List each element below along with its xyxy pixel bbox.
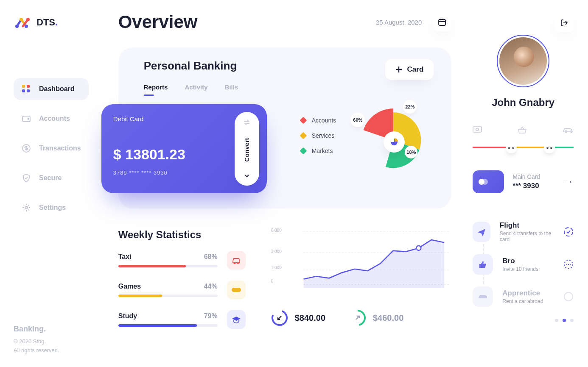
stat-pct: 68%: [204, 253, 218, 261]
money-icon: [473, 126, 482, 136]
spend-sliders: < > < >: [473, 126, 574, 156]
footer-brand: Banking.: [14, 323, 89, 335]
car-outline-icon: [563, 126, 574, 136]
tab-bills[interactable]: Bills: [225, 83, 238, 94]
avatar[interactable]: [497, 35, 549, 87]
panel-title: Personal Banking: [144, 59, 238, 72]
dollar-circle-icon: [21, 143, 31, 153]
add-card-label: Card: [407, 65, 424, 74]
plus-icon: [395, 66, 402, 73]
footer-rights: All rights reserved.: [14, 346, 89, 355]
svg-rect-6: [22, 89, 25, 92]
stat-pct: 44%: [204, 283, 218, 290]
car-icon: [227, 251, 246, 270]
svg-point-2: [25, 25, 28, 28]
logout-icon: [560, 19, 568, 27]
sidebar: DTS. Dashboard Accounts Transactions: [0, 0, 97, 367]
weekly-title: Weekly Statistics: [118, 229, 246, 241]
svg-rect-12: [439, 19, 445, 25]
task-sub: Rent a car abroad: [502, 298, 543, 304]
donut-chart: 60% 22% 18%: [353, 96, 434, 172]
svg-rect-4: [22, 85, 25, 88]
chevron-down-icon: [244, 173, 250, 179]
dashboard-icon: [21, 84, 31, 94]
stat-label: Games: [118, 283, 141, 290]
main-card-row[interactable]: Main Card *** 3930 →: [473, 170, 574, 193]
sidebar-item-secure[interactable]: Secure: [14, 167, 89, 189]
task-flight[interactable]: FlightSend 4 transfers to the card: [473, 221, 574, 242]
arrow-in-icon: [271, 309, 288, 326]
legend-label: Markets: [312, 147, 333, 154]
svg-point-24: [482, 179, 488, 185]
slider-handle-2[interactable]: < >: [544, 142, 555, 153]
basket-icon: [518, 126, 527, 136]
sidebar-item-transactions[interactable]: Transactions: [14, 137, 89, 159]
sidebar-item-settings[interactable]: Settings: [14, 197, 89, 219]
task-title: Apprentice: [502, 289, 543, 297]
svg-point-1: [20, 18, 23, 21]
swap-icon: [243, 119, 251, 126]
tab-activity[interactable]: Activity: [185, 83, 207, 94]
donut-center-icon: [384, 131, 405, 153]
stat-row-study: Study79%: [118, 310, 246, 329]
topbar: Overview 25 August, 2020: [118, 12, 452, 32]
svg-point-29: [570, 264, 571, 265]
arrow-right-icon[interactable]: →: [564, 176, 574, 187]
stat-row-taxi: Taxi68%: [118, 251, 246, 270]
stat-pct: 79%: [204, 312, 218, 320]
svg-point-25: [564, 228, 573, 236]
shield-icon: [21, 173, 31, 183]
sidebar-item-label: Accounts: [39, 115, 70, 122]
svg-rect-7: [27, 89, 30, 92]
wallet-icon: [21, 114, 31, 124]
sidebar-item-accounts[interactable]: Accounts: [14, 108, 89, 130]
graduation-icon: [227, 310, 246, 329]
line-chart: 6.000 3.000 1.000 0: [271, 229, 452, 297]
svg-point-18: [416, 246, 421, 250]
sidebar-item-label: Settings: [39, 204, 66, 211]
task-title: Flight: [500, 221, 554, 230]
card-number: 3789 **** **** 3930: [113, 170, 255, 176]
svg-point-30: [564, 292, 573, 301]
svg-point-0: [15, 25, 19, 28]
profile-name: John Gnabry: [473, 97, 574, 108]
slider-handle-1[interactable]: < >: [506, 142, 517, 153]
task-bro[interactable]: BroInvite 10 friends: [473, 254, 574, 275]
task-status-icon: [563, 292, 574, 302]
add-card-button[interactable]: Card: [385, 59, 434, 80]
svg-rect-5: [27, 85, 30, 88]
svg-rect-13: [232, 288, 241, 292]
weekly-statistics: Weekly Statistics Taxi68% Games44%: [118, 229, 452, 340]
svg-rect-21: [473, 127, 482, 132]
total-out: $460.00: [349, 309, 403, 326]
calendar-icon: [438, 18, 446, 26]
sidebar-item-label: Secure: [39, 174, 62, 182]
svg-point-11: [25, 206, 28, 209]
sidebar-item-dashboard[interactable]: Dashboard: [14, 78, 89, 100]
chart-legend: Accounts Services Markets: [301, 117, 336, 154]
task-apprentice[interactable]: ApprenticeRent a car abroad: [473, 286, 574, 307]
plane-icon: [473, 222, 490, 242]
logo-mark-icon: [14, 14, 31, 31]
card-type: Debit Card: [113, 115, 255, 122]
tab-reports[interactable]: Reports: [144, 83, 168, 94]
logout-button[interactable]: [555, 14, 574, 32]
mini-card-icon: [473, 170, 504, 193]
convert-button[interactable]: Convert: [235, 112, 259, 186]
tasks-pager[interactable]: [555, 319, 574, 322]
stat-row-games: Games44%: [118, 281, 246, 299]
thumb-icon: [473, 254, 493, 275]
card-balance: $ 13801.23: [113, 146, 255, 163]
sidebar-footer: Banking. © 2020 Stog. All rights reserve…: [14, 323, 89, 355]
personal-banking-panel: Personal Banking Reports Activity Bills …: [118, 47, 452, 209]
calendar-button[interactable]: [433, 13, 451, 31]
stat-label: Taxi: [118, 253, 132, 261]
debit-card: Debit Card $ 13801.23 3789 **** **** 393…: [101, 104, 267, 193]
svg-point-27: [566, 264, 567, 265]
gear-icon: [21, 203, 31, 213]
total-amount: $460.00: [373, 313, 403, 323]
legend-label: Accounts: [312, 117, 336, 124]
task-sub: Invite 10 friends: [502, 266, 538, 272]
sidebar-nav: Dashboard Accounts Transactions Secure: [14, 78, 89, 219]
logo: DTS.: [14, 14, 89, 31]
